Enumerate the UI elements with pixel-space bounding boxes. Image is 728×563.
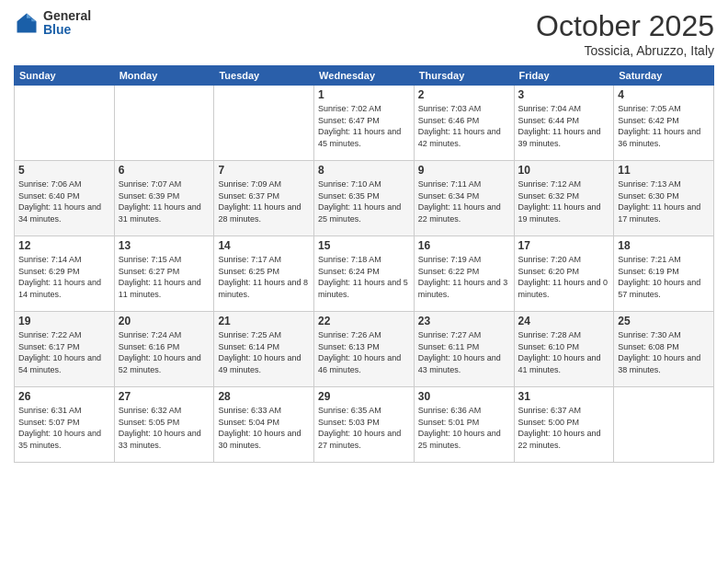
day-info: Sunrise: 7:04 AM Sunset: 6:44 PM Dayligh… [518, 103, 610, 149]
calendar-cell: 19Sunrise: 7:22 AM Sunset: 6:17 PM Dayli… [15, 312, 115, 387]
day-number: 25 [618, 315, 710, 327]
calendar-cell: 13Sunrise: 7:15 AM Sunset: 6:27 PM Dayli… [114, 236, 214, 312]
day-number: 28 [218, 390, 310, 403]
weekday-header-row: Sunday Monday Tuesday Wednesday Thursday… [15, 66, 714, 86]
day-info: Sunrise: 7:05 AM Sunset: 6:42 PM Dayligh… [618, 103, 710, 149]
calendar-cell: 26Sunrise: 6:31 AM Sunset: 5:07 PM Dayli… [15, 387, 115, 463]
calendar-cell: 30Sunrise: 6:36 AM Sunset: 5:01 PM Dayli… [414, 387, 514, 463]
day-number: 31 [518, 390, 610, 403]
title-block: October 2025 Tossicia, Abruzzo, Italy [536, 9, 714, 58]
calendar-cell: 1Sunrise: 7:02 AM Sunset: 6:47 PM Daylig… [314, 86, 415, 161]
col-monday: Monday [114, 66, 214, 86]
day-number: 10 [518, 164, 610, 177]
calendar-cell: 20Sunrise: 7:24 AM Sunset: 6:16 PM Dayli… [114, 312, 214, 387]
day-info: Sunrise: 6:37 AM Sunset: 5:00 PM Dayligh… [518, 405, 610, 451]
month-title: October 2025 [536, 9, 714, 43]
calendar-cell: 14Sunrise: 7:17 AM Sunset: 6:25 PM Dayli… [214, 236, 314, 312]
day-number: 1 [318, 88, 410, 101]
calendar-cell: 16Sunrise: 7:19 AM Sunset: 6:22 PM Dayli… [414, 236, 514, 312]
calendar-week-1: 1Sunrise: 7:02 AM Sunset: 6:47 PM Daylig… [15, 86, 714, 161]
day-number: 2 [418, 88, 510, 101]
day-info: Sunrise: 7:17 AM Sunset: 6:25 PM Dayligh… [218, 254, 310, 300]
day-info: Sunrise: 7:10 AM Sunset: 6:35 PM Dayligh… [318, 178, 410, 224]
day-number: 29 [318, 390, 410, 403]
day-info: Sunrise: 7:22 AM Sunset: 6:17 PM Dayligh… [18, 329, 110, 375]
calendar-table: Sunday Monday Tuesday Wednesday Thursday… [14, 65, 714, 463]
day-number: 6 [119, 164, 210, 177]
day-info: Sunrise: 7:25 AM Sunset: 6:14 PM Dayligh… [218, 329, 310, 375]
day-number: 15 [318, 239, 410, 252]
calendar-cell: 10Sunrise: 7:12 AM Sunset: 6:32 PM Dayli… [514, 161, 614, 236]
calendar-cell: 2Sunrise: 7:03 AM Sunset: 6:46 PM Daylig… [414, 86, 514, 161]
day-number: 16 [418, 239, 510, 252]
calendar-cell: 24Sunrise: 7:28 AM Sunset: 6:10 PM Dayli… [514, 312, 614, 387]
day-info: Sunrise: 7:20 AM Sunset: 6:20 PM Dayligh… [518, 254, 610, 300]
day-info: Sunrise: 7:26 AM Sunset: 6:13 PM Dayligh… [318, 329, 410, 375]
day-info: Sunrise: 6:36 AM Sunset: 5:01 PM Dayligh… [418, 405, 510, 451]
day-info: Sunrise: 6:35 AM Sunset: 5:03 PM Dayligh… [318, 405, 410, 451]
calendar-cell: 25Sunrise: 7:30 AM Sunset: 6:08 PM Dayli… [614, 312, 714, 387]
day-info: Sunrise: 7:30 AM Sunset: 6:08 PM Dayligh… [618, 329, 710, 375]
day-number: 30 [418, 390, 510, 403]
day-info: Sunrise: 6:31 AM Sunset: 5:07 PM Dayligh… [18, 405, 110, 451]
day-info: Sunrise: 7:03 AM Sunset: 6:46 PM Dayligh… [418, 103, 510, 149]
logo-blue: Blue [43, 23, 91, 37]
col-tuesday: Tuesday [214, 66, 314, 86]
calendar-cell: 7Sunrise: 7:09 AM Sunset: 6:37 PM Daylig… [214, 161, 314, 236]
calendar-cell: 29Sunrise: 6:35 AM Sunset: 5:03 PM Dayli… [314, 387, 415, 463]
day-number: 8 [318, 164, 410, 177]
calendar-cell: 8Sunrise: 7:10 AM Sunset: 6:35 PM Daylig… [314, 161, 415, 236]
day-info: Sunrise: 7:07 AM Sunset: 6:39 PM Dayligh… [119, 178, 210, 224]
day-info: Sunrise: 7:12 AM Sunset: 6:32 PM Dayligh… [518, 178, 610, 224]
calendar-cell: 23Sunrise: 7:27 AM Sunset: 6:11 PM Dayli… [414, 312, 514, 387]
day-number: 26 [18, 390, 110, 403]
calendar-cell [114, 86, 214, 161]
day-info: Sunrise: 7:02 AM Sunset: 6:47 PM Dayligh… [318, 103, 410, 149]
day-number: 5 [18, 164, 110, 177]
day-number: 18 [618, 239, 710, 252]
day-info: Sunrise: 7:13 AM Sunset: 6:30 PM Dayligh… [618, 178, 710, 224]
col-friday: Friday [514, 66, 614, 86]
calendar-week-5: 26Sunrise: 6:31 AM Sunset: 5:07 PM Dayli… [15, 387, 714, 463]
day-info: Sunrise: 7:06 AM Sunset: 6:40 PM Dayligh… [18, 178, 110, 224]
logo: General Blue [14, 9, 91, 38]
calendar-cell: 12Sunrise: 7:14 AM Sunset: 6:29 PM Dayli… [15, 236, 115, 312]
day-info: Sunrise: 7:27 AM Sunset: 6:11 PM Dayligh… [418, 329, 510, 375]
day-info: Sunrise: 7:14 AM Sunset: 6:29 PM Dayligh… [18, 254, 110, 300]
day-info: Sunrise: 7:19 AM Sunset: 6:22 PM Dayligh… [418, 254, 510, 300]
calendar-cell: 22Sunrise: 7:26 AM Sunset: 6:13 PM Dayli… [314, 312, 415, 387]
day-number: 9 [418, 164, 510, 177]
calendar-page: General Blue October 2025 Tossicia, Abru… [0, 0, 728, 563]
day-number: 11 [618, 164, 710, 177]
day-number: 21 [218, 315, 310, 327]
calendar-cell: 28Sunrise: 6:33 AM Sunset: 5:04 PM Dayli… [214, 387, 314, 463]
calendar-week-3: 12Sunrise: 7:14 AM Sunset: 6:29 PM Dayli… [15, 236, 714, 312]
logo-text: General Blue [43, 9, 91, 38]
logo-general: General [43, 9, 91, 23]
day-number: 14 [218, 239, 310, 252]
calendar-week-2: 5Sunrise: 7:06 AM Sunset: 6:40 PM Daylig… [15, 161, 714, 236]
day-info: Sunrise: 7:28 AM Sunset: 6:10 PM Dayligh… [518, 329, 610, 375]
calendar-cell: 15Sunrise: 7:18 AM Sunset: 6:24 PM Dayli… [314, 236, 415, 312]
day-number: 24 [518, 315, 610, 327]
day-info: Sunrise: 6:33 AM Sunset: 5:04 PM Dayligh… [218, 405, 310, 451]
day-info: Sunrise: 6:32 AM Sunset: 5:05 PM Dayligh… [119, 405, 210, 451]
calendar-cell: 18Sunrise: 7:21 AM Sunset: 6:19 PM Dayli… [614, 236, 714, 312]
day-number: 13 [119, 239, 210, 252]
calendar-cell: 21Sunrise: 7:25 AM Sunset: 6:14 PM Dayli… [214, 312, 314, 387]
col-sunday: Sunday [15, 66, 115, 86]
day-number: 4 [618, 88, 710, 101]
day-number: 19 [18, 315, 110, 327]
calendar-cell: 11Sunrise: 7:13 AM Sunset: 6:30 PM Dayli… [614, 161, 714, 236]
calendar-cell: 31Sunrise: 6:37 AM Sunset: 5:00 PM Dayli… [514, 387, 614, 463]
day-number: 27 [119, 390, 210, 403]
calendar-cell [614, 387, 714, 463]
location-subtitle: Tossicia, Abruzzo, Italy [536, 43, 714, 58]
page-header: General Blue October 2025 Tossicia, Abru… [14, 9, 714, 58]
calendar-cell: 27Sunrise: 6:32 AM Sunset: 5:05 PM Dayli… [114, 387, 214, 463]
calendar-week-4: 19Sunrise: 7:22 AM Sunset: 6:17 PM Dayli… [15, 312, 714, 387]
calendar-cell: 6Sunrise: 7:07 AM Sunset: 6:39 PM Daylig… [114, 161, 214, 236]
day-info: Sunrise: 7:15 AM Sunset: 6:27 PM Dayligh… [119, 254, 210, 300]
day-info: Sunrise: 7:18 AM Sunset: 6:24 PM Dayligh… [318, 254, 410, 300]
logo-icon [14, 10, 40, 36]
